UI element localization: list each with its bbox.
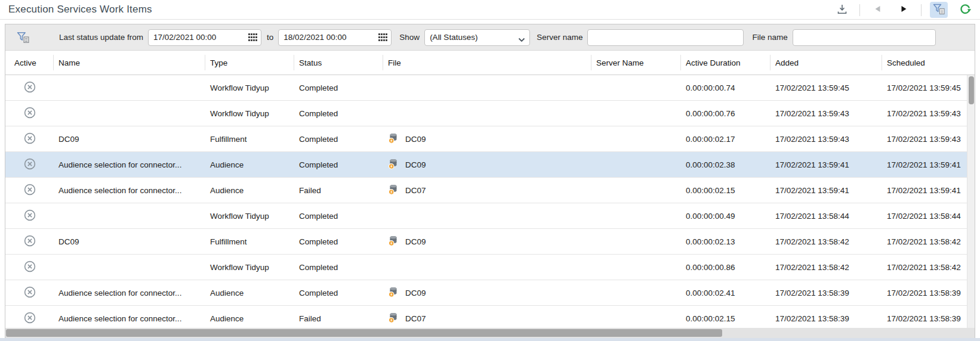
work-items-panel: Last status update from to (5, 24, 975, 339)
type-cell: Audience (205, 314, 294, 323)
active-duration-cell: 0.00:00:00.49 (681, 212, 771, 221)
type-cell: Fulfillment (205, 135, 294, 144)
cancel-work-item-icon[interactable] (24, 132, 36, 146)
scheduled-cell: 17/02/2021 13:58:39 (882, 314, 975, 323)
added-cell: 17/02/2021 13:59:43 (771, 109, 882, 118)
grid-header: Active Name Type Status File Server Name… (5, 51, 975, 75)
table-row[interactable]: DC09 Fulfillment Completed DC09 0.00:00:… (5, 126, 975, 152)
filter-bar: Last status update from to (5, 24, 975, 51)
table-row[interactable]: DC09 Fulfillment Completed DC09 0.00:00:… (5, 229, 975, 255)
cancel-work-item-icon[interactable] (24, 286, 36, 300)
column-header-status[interactable]: Status (294, 55, 383, 70)
active-duration-cell: 0.00:00:00.86 (681, 263, 771, 272)
datasource-file-icon (388, 235, 399, 248)
previous-page-button[interactable] (868, 2, 886, 18)
status-cell: Completed (294, 109, 383, 118)
datasource-file-icon (388, 158, 399, 171)
toolbar-separator (859, 4, 860, 16)
refresh-button[interactable] (956, 2, 974, 18)
toolbar-separator (921, 4, 922, 16)
column-header-server-name[interactable]: Server Name (591, 55, 681, 70)
file-name-text: DC09 (405, 160, 426, 169)
next-icon (899, 5, 908, 16)
column-header-added[interactable]: Added (771, 55, 882, 70)
status-cell: Completed (294, 289, 383, 297)
table-row[interactable]: Workflow Tidyup Completed 0.00:00:00.74 … (5, 75, 975, 101)
table-body: Workflow Tidyup Completed 0.00:00:00.74 … (5, 75, 975, 328)
bottom-strip (0, 338, 980, 341)
column-header-active-duration[interactable]: Active Duration (681, 55, 771, 70)
horizontal-scrollbar-thumb[interactable] (6, 329, 722, 337)
table-row[interactable]: Audience selection for connector... Audi… (5, 306, 975, 328)
active-cell (5, 261, 54, 274)
horizontal-scrollbar[interactable] (5, 328, 975, 338)
cancel-work-item-icon[interactable] (24, 209, 36, 223)
to-label: to (267, 33, 273, 42)
cancel-work-item-icon[interactable] (24, 235, 36, 249)
active-duration-cell: 0.00:00:00.74 (681, 83, 771, 92)
column-header-scheduled[interactable]: Scheduled (882, 55, 975, 70)
table-row[interactable]: Workflow Tidyup Completed 0.00:00:00.76 … (5, 101, 975, 126)
type-cell: Workflow Tidyup (205, 212, 294, 221)
type-cell: Audience (205, 186, 294, 195)
column-header-name[interactable]: Name (54, 55, 205, 70)
date-to-input[interactable] (278, 29, 392, 46)
table-row[interactable]: Audience selection for connector... Audi… (5, 178, 975, 203)
next-page-button[interactable] (895, 2, 913, 18)
scheduled-cell: 17/02/2021 13:59:45 (882, 83, 975, 92)
active-duration-cell: 0.00:00:02.13 (681, 237, 771, 246)
vertical-scrollbar-thumb[interactable] (969, 76, 974, 104)
active-duration-cell: 0.00:00:02.17 (681, 135, 771, 144)
download-button[interactable] (833, 2, 851, 18)
file-name-text: DC07 (405, 314, 426, 323)
scheduled-cell: 17/02/2021 13:59:41 (882, 160, 975, 169)
column-header-type[interactable]: Type (205, 55, 294, 70)
active-cell (5, 158, 54, 172)
added-cell: 17/02/2021 13:59:45 (771, 83, 882, 92)
added-cell: 17/02/2021 13:59:41 (771, 186, 882, 195)
server-name-input[interactable] (587, 29, 744, 46)
added-cell: 17/02/2021 13:58:44 (771, 212, 882, 221)
refresh-icon (959, 2, 972, 18)
cancel-work-item-icon[interactable] (24, 81, 36, 95)
active-duration-cell: 0.00:00:02.15 (681, 314, 771, 323)
table-row[interactable]: Workflow Tidyup Completed 0.00:00:00.86 … (5, 255, 975, 280)
type-cell: Workflow Tidyup (205, 83, 294, 92)
datasource-file-icon (388, 184, 399, 197)
table-row[interactable]: Audience selection for connector... Audi… (5, 280, 975, 306)
active-duration-cell: 0.00:00:02.15 (681, 186, 771, 195)
column-header-file[interactable]: File (383, 55, 591, 70)
cancel-work-item-icon[interactable] (24, 312, 36, 326)
type-cell: Fulfillment (205, 237, 294, 246)
filter-panel-toggle-button[interactable] (930, 2, 948, 18)
status-cell: Completed (294, 237, 383, 246)
cancel-work-item-icon[interactable] (24, 158, 36, 172)
file-name-input[interactable] (793, 29, 936, 46)
date-to-wrap (278, 29, 392, 46)
vertical-scrollbar[interactable] (967, 75, 975, 328)
toolbar (833, 0, 974, 20)
column-header-active[interactable]: Active (5, 55, 54, 70)
table-row[interactable]: Workflow Tidyup Completed 0.00:00:00.49 … (5, 203, 975, 229)
active-cell (5, 107, 54, 120)
table-row[interactable]: Audience selection for connector... Audi… (5, 152, 975, 178)
filter-panel-toggle-icon (932, 3, 945, 17)
calendar-grid-icon[interactable] (378, 33, 387, 41)
date-from-wrap (148, 29, 261, 46)
file-cell: DC07 (383, 184, 591, 197)
show-label: Show (399, 33, 420, 42)
download-icon (836, 3, 848, 17)
name-cell: Audience selection for connector... (54, 314, 205, 323)
cancel-work-item-icon[interactable] (24, 184, 36, 197)
type-cell: Workflow Tidyup (205, 109, 294, 118)
cancel-work-item-icon[interactable] (24, 107, 36, 120)
added-cell: 17/02/2021 13:58:39 (771, 289, 882, 297)
active-cell (5, 81, 54, 95)
file-cell: DC07 (383, 312, 591, 325)
date-from-input[interactable] (148, 29, 261, 46)
status-filter-select[interactable]: (All Statuses) (424, 29, 530, 46)
cancel-work-item-icon[interactable] (24, 261, 36, 274)
active-cell (5, 132, 54, 146)
file-name-text: DC07 (405, 186, 426, 195)
calendar-grid-icon[interactable] (248, 33, 257, 41)
